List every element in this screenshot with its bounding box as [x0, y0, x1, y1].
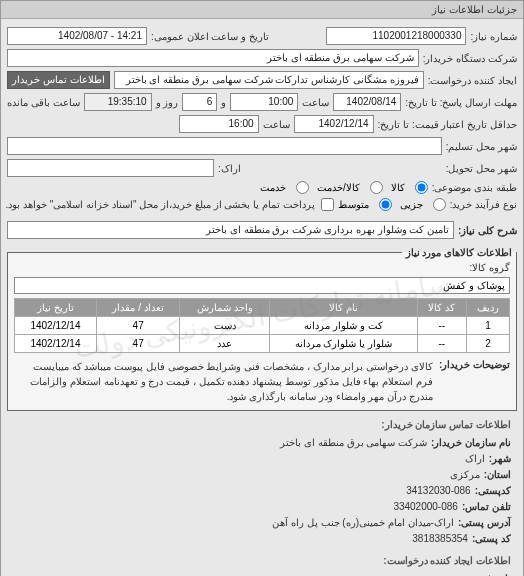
postal-code-label: کد پستی:: [472, 531, 511, 547]
package-label: طبقه بندی موضوعی:: [432, 182, 517, 193]
public-date-value: 14:21 - 1402/08/07: [7, 27, 147, 45]
remaining-suffix: ساعت باقی مانده: [7, 97, 80, 108]
city-value: اراک: [465, 451, 485, 467]
post-value: 34132030-086: [406, 483, 471, 499]
col-date: تاریخ نیاز: [15, 299, 97, 317]
remaining-time: 19:35:10: [84, 93, 152, 111]
number-value: 1102001218000330: [326, 27, 466, 45]
desc-label: توضیحات خریدار:: [439, 359, 510, 404]
buyer-label: شرکت دستگاه خریدار:: [423, 53, 517, 64]
group-value: پوشاک و کفش: [14, 277, 510, 294]
city-label: شهر:: [489, 451, 511, 467]
fname-value: فیروزه: [463, 571, 492, 576]
proc-small-label: جزیی: [400, 199, 423, 210]
validity-time-label: ساعت: [263, 119, 290, 130]
col-name: نام کالا: [270, 299, 417, 317]
requester-value: فیروزه مشگانی کارشناس تدارکات شرکت سهامی…: [114, 71, 424, 89]
city-deliv-label: شهر محل تحویل:: [446, 163, 517, 174]
city-arak-label: اراک:: [218, 163, 241, 174]
pkg-khad-radio[interactable]: [296, 181, 309, 194]
org-label: نام سازمان خریدار:: [431, 435, 511, 451]
proc-small-radio[interactable]: [433, 198, 446, 211]
deadline-reply-time: 10:00: [230, 93, 298, 111]
panel-title: جزئیات اطلاعات نیاز: [1, 1, 523, 19]
phone-label: تلفن تماس:: [462, 499, 511, 515]
city-trans-value: [7, 137, 442, 155]
summary-label: شرح کلی نیاز:: [458, 225, 517, 236]
goods-table: ردیف کد کالا نام کالا واحد شمارش تعداد /…: [14, 298, 510, 353]
cell-date: 1402/12/14: [15, 335, 97, 353]
remaining-days-prefix: و: [221, 97, 226, 108]
pkg-khadamat-label: کالا/خدمت: [317, 182, 360, 193]
deadline-time-label: ساعت: [302, 97, 329, 108]
validity-time: 16:00: [179, 115, 259, 133]
group-label: گروه کالا:: [469, 262, 510, 273]
col-code: کد کالا: [417, 299, 467, 317]
remaining-days: 6: [182, 93, 217, 111]
post-label: کدپستی:: [475, 483, 511, 499]
deadline-reply-date: 1402/08/14: [333, 93, 401, 111]
cell-code: --: [417, 317, 467, 335]
cell-qty: 47: [96, 317, 180, 335]
goods-section: اطلاعات کالاهای مورد نیاز گروه کالا: پوش…: [7, 247, 517, 411]
public-date-label: تاریخ و ساعت اعلان عمومی:: [151, 31, 269, 42]
city-trans-label: شهر محل تسلیم:: [446, 141, 517, 152]
buyer-desc-block: توضیحات خریدار: کالای درخواستی برابر مدا…: [14, 359, 510, 404]
postal-code-value: 3818385354: [412, 531, 468, 547]
col-unit: واحد شمارش: [180, 299, 270, 317]
center-value: مرکزی: [450, 467, 480, 483]
col-row: ردیف: [467, 299, 510, 317]
buyer-contact-button[interactable]: اطلاعات تماس خریدار: [7, 71, 110, 89]
table-header-row: ردیف کد کالا نام کالا واحد شمارش تعداد /…: [15, 299, 510, 317]
validity-label: حداقل تاریخ اعتبار قیمت: تا تاریخ:: [378, 119, 517, 130]
table-row: 2 -- شلوار یا شلوارک مردانه عدد 47 1402/…: [15, 335, 510, 353]
proc-med-radio[interactable]: [379, 198, 392, 211]
cell-name: شلوار یا شلوارک مردانه: [270, 335, 417, 353]
cell-name: کت و شلوار مردانه: [270, 317, 417, 335]
buyer-value: شرکت سهامی برق منطقه ای باختر: [7, 49, 419, 67]
cell-qty: 47: [96, 335, 180, 353]
package-radio-group: کالا کالا/خدمت خدمت: [260, 181, 428, 194]
process-note: پرداخت تمام یا بخشی از مبلغ خرید،از محل …: [5, 199, 314, 210]
cell-n: 1: [467, 317, 510, 335]
requester-label: ایجاد کننده درخواست:: [428, 75, 517, 86]
addr-value: اراک-میدان امام خمینی(ره) جنب پل راه آهن: [272, 515, 454, 531]
treasury-checkbox[interactable]: [321, 198, 334, 211]
cell-unit: عدد: [180, 335, 270, 353]
pkg-kala-radio[interactable]: [415, 181, 428, 194]
phone-value: 33402000-086: [393, 499, 458, 515]
process-radio-group: جزیی متوسط: [338, 198, 446, 211]
contact-title: اطلاعات تماس سازمان خریدار:: [13, 417, 511, 433]
fname-label: نام:: [496, 571, 511, 576]
cell-n: 2: [467, 335, 510, 353]
main-panel: جزئیات اطلاعات نیاز شماره نیاز: 11020012…: [0, 0, 524, 576]
city-arak-value: [7, 159, 214, 177]
requester-section-title: اطلاعات ایجاد کننده درخواست:: [13, 553, 511, 569]
proc-med-label: متوسط: [338, 199, 369, 210]
summary-value: تامین کت وشلوار بهره برداری شرکت برق منط…: [7, 221, 454, 239]
table-row: 1 -- کت و شلوار مردانه دست 47 1402/12/14: [15, 317, 510, 335]
col-qty: تعداد / مقدار: [96, 299, 180, 317]
remaining-days-suffix: روز و: [156, 97, 179, 108]
addr-label: آدرس پستی:: [458, 515, 511, 531]
validity-date: 1402/12/14: [294, 115, 374, 133]
number-label: شماره نیاز:: [470, 31, 517, 42]
contact-section: اطلاعات تماس سازمان خریدار: نام سازمان خ…: [13, 417, 511, 576]
deadline-reply-label: مهلت ارسال پاسخ: تا تاریخ:: [405, 97, 517, 108]
process-label: نوع فرآیند خرید:: [450, 199, 517, 210]
center-label: استان:: [484, 467, 511, 483]
pkg-khad-label: خدمت: [260, 182, 286, 193]
desc-text: کالای درخواستی برابر مدارک ، مشخصات فنی …: [14, 359, 433, 404]
cell-date: 1402/12/14: [15, 317, 97, 335]
org-value: شرکت سهامی برق منطقه ای باختر: [280, 435, 427, 451]
goods-section-title: اطلاعات کالاهای مورد نیاز: [402, 247, 516, 258]
cell-unit: دست: [180, 317, 270, 335]
pkg-kala-label: کالا: [391, 182, 405, 193]
cell-code: --: [417, 335, 467, 353]
pkg-khadamat-radio[interactable]: [370, 181, 383, 194]
